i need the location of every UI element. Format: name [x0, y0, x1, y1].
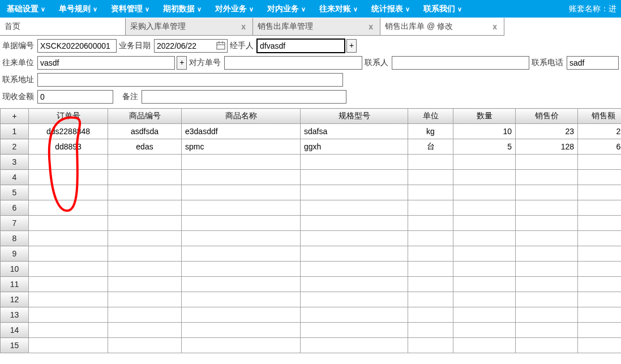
cash-input[interactable]: [37, 90, 113, 104]
cell-name[interactable]: [182, 262, 301, 277]
cell-code[interactable]: [108, 307, 182, 323]
cell-order-no[interactable]: [29, 185, 108, 200]
cell-code[interactable]: edas: [108, 139, 182, 155]
cell-amount[interactable]: [578, 338, 622, 353]
cell-code[interactable]: [108, 231, 182, 246]
cell-price[interactable]: [516, 246, 578, 262]
menu-item-5[interactable]: 对内业务∨: [260, 0, 312, 18]
table-row[interactable]: 2dd8893edasspmcggxh台512864: [1, 139, 622, 155]
table-row[interactable]: 7: [1, 216, 622, 231]
cell-amount[interactable]: [578, 185, 622, 200]
partner-input[interactable]: [37, 56, 175, 70]
cell-qty[interactable]: [453, 338, 516, 353]
col-price[interactable]: 销售价: [516, 109, 578, 124]
cell-amount[interactable]: 64: [578, 139, 622, 155]
cell-amount[interactable]: [578, 292, 622, 307]
cell-amount[interactable]: [578, 307, 622, 323]
cell-qty[interactable]: [453, 200, 516, 216]
cell-qty[interactable]: [453, 155, 516, 170]
cell-name[interactable]: [182, 338, 301, 353]
cell-name[interactable]: spmc: [182, 139, 301, 155]
addr-input[interactable]: [37, 73, 343, 87]
cell-price[interactable]: 23: [516, 124, 578, 139]
cell-spec[interactable]: ggxh: [301, 139, 408, 155]
cell-order-no[interactable]: [29, 262, 108, 277]
cell-spec[interactable]: [301, 277, 408, 292]
cell-qty[interactable]: [453, 216, 516, 231]
cell-price[interactable]: [516, 185, 578, 200]
cell-order-no[interactable]: [29, 338, 108, 353]
cell-price[interactable]: [516, 292, 578, 307]
cell-name[interactable]: [182, 155, 301, 170]
cell-code[interactable]: [108, 277, 182, 292]
table-row[interactable]: 12: [1, 292, 622, 307]
cell-amount[interactable]: [578, 246, 622, 262]
cell-unit[interactable]: [408, 338, 453, 353]
cell-name[interactable]: [182, 277, 301, 292]
cell-amount[interactable]: 23: [578, 124, 622, 139]
menu-item-2[interactable]: 资料管理∨: [104, 0, 156, 18]
cell-unit[interactable]: [408, 185, 453, 200]
cell-price[interactable]: [516, 307, 578, 323]
cell-qty[interactable]: [453, 231, 516, 246]
cell-name[interactable]: [182, 231, 301, 246]
menu-item-0[interactable]: 基础设置∨: [0, 0, 52, 18]
menu-item-6[interactable]: 往来对账∨: [312, 0, 365, 18]
tab-close-button[interactable]: x: [490, 22, 499, 31]
cell-code[interactable]: asdfsda: [108, 124, 182, 139]
cell-order-no[interactable]: [29, 246, 108, 262]
cell-amount[interactable]: [578, 216, 622, 231]
cell-name[interactable]: [182, 307, 301, 323]
cell-qty[interactable]: 5: [453, 139, 516, 155]
cell-code[interactable]: [108, 246, 182, 262]
cell-code[interactable]: [108, 200, 182, 216]
cell-unit[interactable]: [408, 323, 453, 338]
grid-add-row-button[interactable]: +: [1, 109, 29, 124]
cell-price[interactable]: [516, 216, 578, 231]
cell-qty[interactable]: [453, 292, 516, 307]
cell-name[interactable]: [182, 216, 301, 231]
menu-item-7[interactable]: 统计报表∨: [365, 0, 417, 18]
cell-spec[interactable]: [301, 307, 408, 323]
cell-unit[interactable]: [408, 292, 453, 307]
menu-item-8[interactable]: 联系我们∨: [417, 0, 469, 18]
cell-price[interactable]: [516, 323, 578, 338]
cell-order-no[interactable]: [29, 200, 108, 216]
phone-input[interactable]: [567, 56, 619, 70]
cell-name[interactable]: [182, 200, 301, 216]
contact-input[interactable]: [392, 56, 529, 70]
tab-close-button[interactable]: x: [366, 22, 375, 31]
cell-order-no[interactable]: [29, 170, 108, 185]
doc-no-input[interactable]: [37, 39, 117, 53]
cell-price[interactable]: [516, 170, 578, 185]
cell-qty[interactable]: [453, 246, 516, 262]
cell-order-no[interactable]: dds2288848: [29, 124, 108, 139]
cell-unit[interactable]: [408, 231, 453, 246]
table-row[interactable]: 6: [1, 200, 622, 216]
cell-unit[interactable]: kg: [408, 124, 453, 139]
cell-spec[interactable]: [301, 170, 408, 185]
handler-picker-button[interactable]: +: [346, 39, 357, 53]
tab-sales-out-edit[interactable]: 销售出库单 @ 修改 x: [380, 18, 504, 36]
table-row[interactable]: 14: [1, 323, 622, 338]
menu-item-3[interactable]: 期初数据∨: [156, 0, 208, 18]
cell-order-no[interactable]: [29, 231, 108, 246]
cell-qty[interactable]: [453, 307, 516, 323]
cell-code[interactable]: [108, 170, 182, 185]
cell-price[interactable]: [516, 277, 578, 292]
table-row[interactable]: 9: [1, 246, 622, 262]
cell-unit[interactable]: [408, 216, 453, 231]
cell-unit[interactable]: [408, 277, 453, 292]
tab-purchase-in[interactable]: 采购入库单管理 x: [126, 18, 253, 36]
table-row[interactable]: 8: [1, 231, 622, 246]
tab-home[interactable]: 首页: [0, 18, 126, 36]
table-row[interactable]: 15: [1, 338, 622, 353]
col-qty[interactable]: 数量: [453, 109, 516, 124]
cell-spec[interactable]: [301, 338, 408, 353]
cell-qty[interactable]: [453, 323, 516, 338]
cell-unit[interactable]: 台: [408, 139, 453, 155]
tab-sales-out[interactable]: 销售出库单管理 x: [253, 18, 380, 36]
cell-name[interactable]: [182, 292, 301, 307]
cell-price[interactable]: [516, 200, 578, 216]
cell-amount[interactable]: [578, 231, 622, 246]
